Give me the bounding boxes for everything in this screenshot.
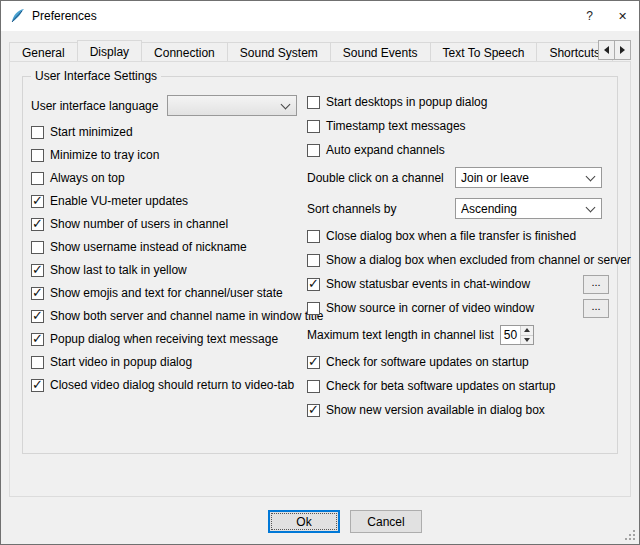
language-label: User interface language: [31, 99, 167, 113]
check-video-popup[interactable]: Start video in popup dialog: [31, 355, 305, 369]
sort-channels-select[interactable]: Ascending: [455, 198, 602, 219]
tab-sound-system[interactable]: Sound System: [227, 42, 331, 61]
checkbox[interactable]: [31, 264, 44, 277]
checkbox[interactable]: [31, 356, 44, 369]
double-click-row: Double click on a channel Join or leave: [307, 167, 613, 188]
check-new-version-dialog[interactable]: Show new version available in dialog box: [307, 403, 613, 417]
checkbox[interactable]: [307, 120, 320, 133]
checkbox-label: Auto expand channels: [326, 143, 445, 157]
check-desktops-popup[interactable]: Start desktops in popup dialog: [307, 95, 613, 109]
check-start-minimized[interactable]: Start minimized: [31, 125, 305, 139]
checkbox[interactable]: [31, 310, 44, 323]
tab-general[interactable]: General: [9, 42, 78, 61]
tab-scroll-left-button[interactable]: [598, 40, 615, 60]
dialog-footer: Ok Cancel: [51, 510, 639, 533]
check-minimize-to-tray[interactable]: Minimize to tray icon: [31, 148, 305, 162]
ok-button[interactable]: Ok: [268, 510, 340, 533]
checkbox[interactable]: [31, 172, 44, 185]
arrow-left-icon: [604, 46, 609, 54]
checkbox-label: Closed video dialog should return to vid…: [50, 378, 294, 392]
close-button[interactable]: ✕: [606, 1, 639, 31]
checkbox-label: Show new version available in dialog box: [326, 403, 545, 417]
max-text-length-spinner[interactable]: 50: [500, 325, 534, 345]
window-title: Preferences: [32, 9, 97, 23]
double-click-value: Join or leave: [461, 171, 583, 185]
tab-scroller: [599, 40, 631, 60]
check-close-file-transfer[interactable]: Close dialog box when a file transfer is…: [307, 229, 613, 243]
check-vu-meter[interactable]: Enable VU-meter updates: [31, 194, 305, 208]
check-beta-updates[interactable]: Check for beta software updates on start…: [307, 379, 613, 393]
checkbox[interactable]: [307, 404, 320, 417]
tab-label: Connection: [154, 46, 215, 60]
check-closed-video-return[interactable]: Closed video dialog should return to vid…: [31, 378, 305, 392]
max-text-length-value[interactable]: 50: [501, 326, 520, 344]
checkbox[interactable]: [31, 149, 44, 162]
sort-channels-label: Sort channels by: [307, 202, 455, 216]
double-click-select[interactable]: Join or leave: [455, 167, 602, 188]
tab-label: Sound System: [240, 46, 318, 60]
tab-label: Sound Events: [343, 46, 418, 60]
arrow-right-icon: [620, 46, 625, 54]
check-auto-expand-channels[interactable]: Auto expand channels: [307, 143, 613, 157]
check-timestamp-messages[interactable]: Timestamp text messages: [307, 119, 613, 133]
checkbox[interactable]: [307, 230, 320, 243]
language-select[interactable]: [167, 95, 297, 116]
check-emojis-text-state[interactable]: Show emojis and text for channel/user st…: [31, 286, 305, 300]
checkbox[interactable]: [307, 380, 320, 393]
checkbox-label: Show last to talk in yellow: [50, 263, 187, 277]
tab-label: Text To Speech: [443, 46, 525, 60]
chevron-down-icon: [281, 99, 291, 109]
checkbox-label: Show source in corner of video window: [326, 301, 534, 315]
checkbox[interactable]: [31, 333, 44, 346]
chevron-down-icon: [586, 202, 596, 212]
checkbox[interactable]: [307, 96, 320, 109]
checkbox[interactable]: [307, 356, 320, 369]
sort-channels-row: Sort channels by Ascending: [307, 198, 613, 219]
check-server-channel-title[interactable]: Show both server and channel name in win…: [31, 309, 305, 323]
checkbox[interactable]: [31, 241, 44, 254]
tab-text-to-speech[interactable]: Text To Speech: [430, 42, 538, 61]
titlebar[interactable]: Preferences ? ✕: [1, 1, 639, 31]
checkbox[interactable]: [31, 287, 44, 300]
tab-label: General: [22, 46, 65, 60]
check-excluded-dialog[interactable]: Show a dialog box when excluded from cha…: [307, 253, 613, 267]
check-username-instead-nickname[interactable]: Show username instead of nickname: [31, 240, 305, 254]
check-last-talk-yellow[interactable]: Show last to talk in yellow: [31, 263, 305, 277]
spinner-down-button[interactable]: [521, 335, 533, 345]
help-button[interactable]: ?: [573, 1, 606, 31]
checkbox[interactable]: [31, 218, 44, 231]
statusbar-events-more-button[interactable]: ...: [583, 275, 609, 294]
cancel-button[interactable]: Cancel: [350, 510, 422, 533]
tab-pane: User Interface Settings User interface l…: [9, 61, 631, 497]
checkbox[interactable]: [307, 302, 320, 315]
group-title: User Interface Settings: [31, 69, 161, 83]
app-icon: [9, 8, 26, 25]
check-always-on-top[interactable]: Always on top: [31, 171, 305, 185]
check-popup-text-message[interactable]: Popup dialog when receiving text message: [31, 332, 305, 346]
checkbox-label: Show statusbar events in chat-window: [326, 277, 530, 291]
resize-grip[interactable]: [624, 529, 637, 542]
tab-connection[interactable]: Connection: [141, 42, 228, 61]
check-statusbar-events[interactable]: Show statusbar events in chat-window ...: [307, 277, 613, 291]
checkbox-label: Minimize to tray icon: [50, 148, 159, 162]
checkbox[interactable]: [307, 254, 320, 267]
max-text-length-label: Maximum text length in channel list: [307, 328, 494, 342]
tab-display[interactable]: Display: [77, 40, 142, 61]
arrow-up-icon: [524, 328, 530, 332]
checkbox-label: Show emojis and text for channel/user st…: [50, 286, 283, 300]
checkbox[interactable]: [31, 195, 44, 208]
checkbox[interactable]: [307, 278, 320, 291]
tab-sound-events[interactable]: Sound Events: [330, 42, 431, 61]
check-video-source-corner[interactable]: Show source in corner of video window ..…: [307, 301, 613, 315]
check-software-updates[interactable]: Check for software updates on startup: [307, 355, 613, 369]
checkbox-label: Timestamp text messages: [326, 119, 466, 133]
checkbox[interactable]: [31, 379, 44, 392]
spinner-up-button[interactable]: [521, 326, 533, 335]
sort-channels-value: Ascending: [461, 202, 583, 216]
tab-scroll-right-button[interactable]: [614, 40, 631, 60]
checkbox[interactable]: [307, 144, 320, 157]
user-interface-settings-group: User Interface Settings User interface l…: [22, 76, 618, 454]
video-source-more-button[interactable]: ...: [583, 299, 609, 318]
check-show-user-count[interactable]: Show number of users in channel: [31, 217, 305, 231]
checkbox[interactable]: [31, 126, 44, 139]
